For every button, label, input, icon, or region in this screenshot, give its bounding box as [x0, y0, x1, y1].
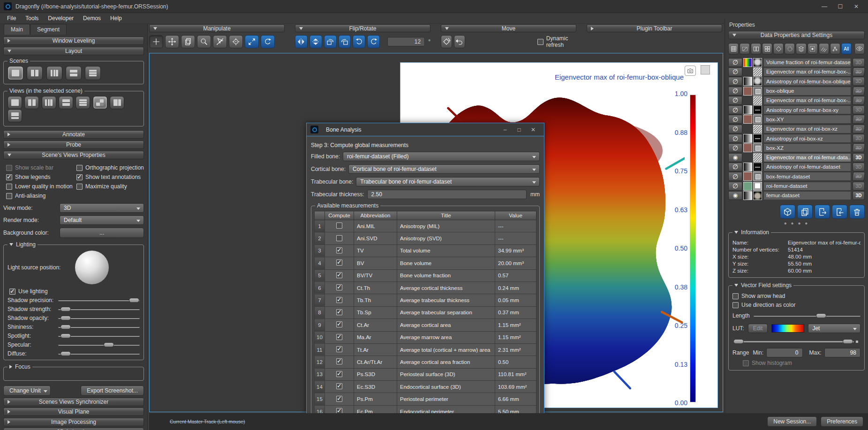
sidebar-section-header[interactable]: 2D Animation	[3, 428, 144, 430]
dataset-thumbnail[interactable]	[753, 58, 762, 67]
compute-checkbox[interactable]	[336, 346, 342, 352]
lut-select[interactable]: Jet	[808, 324, 860, 333]
menu-item[interactable]: Developer	[44, 14, 78, 23]
lighting-slider[interactable]	[58, 351, 140, 356]
lut-swatch[interactable]	[743, 182, 752, 191]
use-lighting-checkbox[interactable]	[9, 289, 15, 295]
3d-badge[interactable]: 3D	[853, 153, 865, 162]
lighting-slider[interactable]	[58, 306, 140, 312]
slider-handle[interactable]	[60, 351, 71, 356]
sidebar-tab[interactable]: Main	[4, 24, 30, 35]
scene-layout-button[interactable]	[85, 66, 101, 80]
manipulate-tool-button[interactable]	[261, 35, 275, 48]
dataset-name[interactable]: Anisotropy of roi-femur-box-oblique	[763, 77, 851, 86]
move-header[interactable]: Move	[441, 24, 576, 32]
scene-views-properties-header[interactable]: Scene's Views Properties	[3, 151, 144, 159]
manipulate-tool-button[interactable]	[213, 35, 227, 48]
fliprotate-tool-button[interactable]	[324, 35, 337, 48]
lighting-slider[interactable]	[58, 342, 140, 348]
filter-icon-button[interactable]	[796, 43, 806, 54]
compute-checkbox[interactable]	[336, 284, 342, 290]
filter-icon-button[interactable]	[740, 43, 750, 54]
3d-badge[interactable]: 3D	[853, 77, 865, 86]
visibility-toggle[interactable]	[728, 163, 742, 171]
fliprotate-tool-button[interactable]	[367, 35, 380, 48]
3d-badge[interactable]: 3D	[852, 96, 865, 105]
filter-icon-button[interactable]	[728, 43, 739, 54]
view-layout-button[interactable]	[8, 96, 22, 109]
dialog-close-button[interactable]: ✕	[526, 126, 540, 133]
lut-swatch[interactable]	[743, 105, 752, 114]
3d-badge[interactable]: 3D	[852, 115, 865, 124]
menu-item[interactable]: Help	[106, 14, 126, 23]
menu-item[interactable]: File	[3, 14, 20, 23]
maximize-button[interactable]: ☐	[832, 3, 848, 10]
manipulate-tool-button[interactable]	[149, 35, 163, 48]
dataset-action-button[interactable]	[797, 205, 813, 219]
dataset-row[interactable]: Eigenvector max of roi-femur-box-... 3D	[728, 96, 865, 105]
visibility-toggle[interactable]	[728, 134, 742, 143]
manipulate-tool-button[interactable]	[197, 35, 211, 48]
panel-drag-handle[interactable]: ● ● ● ●	[728, 221, 865, 226]
manipulate-tool-button[interactable]	[181, 35, 195, 48]
compute-checkbox[interactable]	[336, 272, 342, 278]
dataset-action-button[interactable]	[832, 205, 847, 219]
3d-badge[interactable]: 3D	[852, 172, 865, 181]
filter-icon-button[interactable]	[830, 43, 840, 54]
visibility-toggle[interactable]	[728, 172, 742, 181]
use-direction-color-checkbox[interactable]	[732, 302, 739, 308]
compute-checkbox[interactable]	[336, 358, 342, 364]
visibility-toggle[interactable]	[728, 58, 742, 67]
visibility-toggle[interactable]	[728, 67, 742, 76]
export-screenshot-button[interactable]: Export Screenshot...	[81, 386, 144, 396]
dataset-row[interactable]: box-XZ 3D	[728, 143, 865, 153]
option-checkbox[interactable]	[6, 174, 12, 180]
view-layout-button[interactable]	[42, 96, 56, 109]
lut-swatch[interactable]	[743, 153, 752, 162]
dataset-row[interactable]: Eigenvector max of roi-box-xz 3D	[728, 124, 865, 133]
dynamic-refresh-checkbox[interactable]	[537, 39, 543, 45]
compute-checkbox[interactable]	[336, 371, 342, 377]
dataset-thumbnail[interactable]	[753, 182, 762, 191]
3d-badge[interactable]: 3D	[853, 134, 865, 143]
fliprotate-tool-button[interactable]	[309, 35, 322, 48]
3d-badge[interactable]: 3D	[853, 191, 865, 200]
slider-handle[interactable]	[60, 325, 71, 329]
scene-layout-button[interactable]	[66, 66, 82, 80]
fliprotate-tool-button[interactable]	[339, 35, 351, 48]
close-button[interactable]: ✕	[848, 3, 864, 10]
compute-checkbox[interactable]	[336, 235, 342, 241]
manipulate-tool-button[interactable]	[165, 35, 179, 48]
slider-handle[interactable]	[104, 342, 114, 347]
dataset-name[interactable]: roi-femur-dataset	[763, 182, 851, 191]
lut-swatch[interactable]	[743, 96, 752, 105]
fliprotate-tool-button[interactable]	[295, 35, 308, 48]
compute-checkbox[interactable]	[336, 222, 342, 229]
view-mode-select[interactable]: 3D	[60, 203, 144, 213]
visibility-filter-button[interactable]	[854, 43, 865, 54]
3d-badge[interactable]: 3D	[853, 105, 865, 114]
preferences-button[interactable]: Preferences	[821, 416, 863, 427]
dataset-row[interactable]: box-XY 3D	[728, 115, 865, 124]
thickness-input[interactable]: 2.50	[367, 190, 527, 199]
menu-item[interactable]: Demos	[79, 14, 105, 23]
move-tool-button[interactable]	[441, 35, 452, 48]
bone-select[interactable]: Trabecular bone of roi-femur-dataset	[356, 177, 540, 186]
3d-badge[interactable]: 3D	[853, 58, 865, 67]
view-layout-button[interactable]	[24, 96, 39, 109]
dataset-name[interactable]: box-XY	[763, 115, 851, 124]
compute-checkbox[interactable]	[336, 259, 342, 266]
dataset-thumbnail[interactable]	[753, 163, 762, 171]
render-mode-select[interactable]: Default	[60, 215, 144, 225]
visibility-toggle[interactable]	[728, 77, 742, 86]
lut-swatch[interactable]	[743, 191, 752, 200]
compute-checkbox[interactable]	[336, 334, 342, 340]
dataset-thumbnail[interactable]	[753, 143, 762, 152]
dataset-row[interactable]: Anisotropy of roi-femur-box-xy 3D	[728, 105, 865, 114]
range-min-handle[interactable]	[733, 339, 744, 344]
view-layout-button[interactable]	[110, 96, 124, 109]
column-header[interactable]: Abbreviation	[354, 211, 397, 220]
dataset-thumbnail[interactable]	[753, 96, 762, 105]
dataset-action-button[interactable]	[780, 205, 795, 219]
range-min-input[interactable]: 0	[766, 348, 802, 357]
